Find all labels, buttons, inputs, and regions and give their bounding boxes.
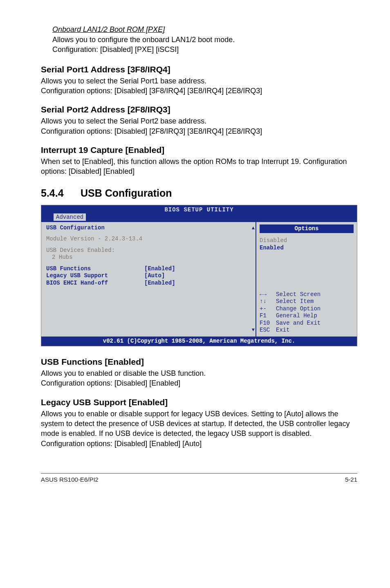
- onboard-lan-desc1: Allows you to configure the onboard LAN1…: [52, 35, 357, 45]
- bios-title: BIOS SETUP UTILITY: [41, 206, 357, 214]
- help-val-select-item: Select Item: [276, 298, 314, 305]
- legacy-usb-l1: Allows you to enable or disable support …: [41, 409, 357, 449]
- help-key-plusminus: +-: [260, 305, 276, 313]
- bios-ehci-value[interactable]: [Enabled]: [144, 280, 175, 287]
- section-number: 5.4.4: [41, 187, 78, 199]
- usb-functions-heading: USB Functions [Enabled]: [41, 357, 357, 367]
- footer-right: 5-21: [345, 476, 357, 483]
- help-val-change-option: Change Option: [276, 305, 321, 313]
- bios-legacy-usb-value[interactable]: [Auto]: [144, 272, 165, 280]
- usb-functions-l1: Allows you to enabled or disable the USB…: [41, 368, 357, 378]
- serial-port1-heading: Serial Port1 Address [3F8/IRQ4]: [41, 65, 357, 74]
- serial-port2-l1: Allows you to select the Serial Port2 ba…: [41, 116, 357, 126]
- scroll-up-icon[interactable]: ▲: [252, 225, 255, 231]
- bios-footer: v02.61 (C)Copyright 1985-2008, American …: [41, 337, 357, 346]
- interrupt19-l1: When set to [Enabled], this function all…: [41, 157, 357, 177]
- bios-usb-functions-label[interactable]: USB Functions: [46, 265, 144, 273]
- help-key-f1: F1: [260, 312, 276, 320]
- bios-devices-label: USB Devices Enabled:: [46, 247, 251, 254]
- serial-port1-l1: Allows you to select the Serial Port1 ba…: [41, 76, 357, 86]
- bios-module-version: Module Version - 2.24.3-13.4: [46, 236, 251, 243]
- help-key-f10: F10: [260, 320, 276, 327]
- help-key-arrows-lr: ←→: [260, 291, 276, 298]
- bios-usb-functions-value[interactable]: [Enabled]: [144, 265, 175, 273]
- bios-legacy-usb-label[interactable]: Legacy USB Support: [46, 272, 144, 280]
- interrupt19-heading: Interrupt 19 Capture [Enabled]: [41, 145, 357, 155]
- help-val-select-screen: Select Screen: [276, 291, 321, 298]
- help-key-arrows-ud: ↑↓: [260, 298, 276, 305]
- serial-port1-l2: Configuration options: [Disabled] [3F8/I…: [41, 86, 357, 96]
- scroll-down-icon[interactable]: ▼: [252, 327, 255, 333]
- help-key-esc: ESC: [260, 327, 276, 334]
- bios-devices-value: 2 Hubs: [46, 254, 251, 261]
- bios-option-disabled[interactable]: Disabled: [260, 237, 354, 245]
- help-val-save-exit: Save and Exit: [276, 320, 321, 327]
- bios-setup-box: BIOS SETUP UTILITY Advanced ▲ USB Config…: [41, 205, 357, 347]
- bios-tab-advanced[interactable]: Advanced: [54, 213, 86, 221]
- serial-port2-heading: Serial Port2 Address [2F8/IRQ3]: [41, 105, 357, 114]
- onboard-lan-desc2: Configuration: [Disabled] [PXE] [iSCSI]: [52, 45, 357, 54]
- bios-option-enabled[interactable]: Enabled: [260, 245, 354, 252]
- legacy-usb-heading: Legacy USB Support [Enabled]: [41, 397, 357, 407]
- bios-section-heading: USB Configuration: [46, 224, 251, 232]
- help-val-exit: Exit: [276, 327, 290, 334]
- usb-functions-l2: Configuration options: [Disabled] [Enabl…: [41, 378, 357, 388]
- bios-options-title: Options: [260, 224, 354, 233]
- help-val-general-help: General Help: [276, 312, 317, 320]
- bios-ehci-label[interactable]: BIOS EHCI Hand-off: [46, 280, 144, 287]
- onboard-lan-heading: Onboard LAN1/2 Boot ROM [PXE]: [52, 25, 357, 35]
- serial-port2-l2: Configuration options: [Disabled] [2F8/I…: [41, 126, 357, 136]
- section-title: USB Configuration: [81, 187, 172, 199]
- footer-left: ASUS RS100-E6/PI2: [41, 476, 99, 483]
